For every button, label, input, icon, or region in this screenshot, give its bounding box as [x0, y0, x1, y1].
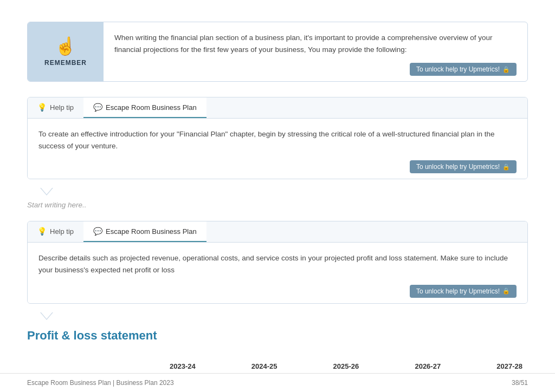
- help-tip-tab-1[interactable]: 💡 Help tip: [28, 97, 83, 118]
- help-tabs-1: 💡 Help tip 💬 Escape Room Business Plan: [28, 97, 527, 119]
- escape-room-tab-1[interactable]: 💬 Escape Room Business Plan: [83, 97, 206, 118]
- lock-icon: 🔒: [502, 66, 510, 73]
- help-body-text-1: To create an effective introduction for …: [38, 128, 517, 152]
- unlock-btn-label-1: To unlock help try Upmetrics!: [416, 163, 500, 171]
- hand-icon: ☝: [55, 37, 76, 55]
- remember-text: When writing the financial plan section …: [114, 32, 517, 55]
- help-tip-icon-1: 💡: [37, 103, 47, 112]
- lock-icon-2: 🔒: [502, 288, 510, 295]
- help-body-1: To create an effective introduction for …: [28, 119, 527, 179]
- escape-room-icon-1: 💬: [93, 103, 102, 112]
- help-tip-icon-2: 💡: [37, 227, 47, 236]
- help-body-text-2: Describe details such as projected reven…: [38, 252, 517, 276]
- unlock-help-button[interactable]: To unlock help try Upmetrics! 🔒: [410, 63, 517, 76]
- escape-room-label-1: Escape Room Business Plan: [106, 103, 197, 112]
- remember-content: When writing the financial plan section …: [104, 22, 527, 81]
- help-card-1: 💡 Help tip 💬 Escape Room Business Plan T…: [27, 97, 528, 179]
- footer-left: Escape Room Business Plan | Business Pla…: [27, 379, 174, 387]
- footer-right: 38/51: [512, 379, 528, 387]
- help-tip-tab-2[interactable]: 💡 Help tip: [28, 221, 83, 242]
- help-body-2: Describe details such as projected reven…: [28, 243, 527, 303]
- unlock-help-button-1[interactable]: To unlock help try Upmetrics! 🔒: [410, 160, 517, 173]
- escape-room-label-2: Escape Room Business Plan: [106, 227, 197, 236]
- lock-icon-1: 🔒: [502, 164, 510, 171]
- help-card-2: 💡 Help tip 💬 Escape Room Business Plan D…: [27, 221, 528, 303]
- help-tabs-2: 💡 Help tip 💬 Escape Room Business Plan: [28, 221, 527, 243]
- remember-icon-panel: ☝ REMEMBER: [28, 22, 104, 81]
- start-writing-placeholder[interactable]: Start writing here..: [27, 201, 528, 209]
- tooltip-tail-2: [40, 312, 53, 320]
- unlock-help-button-2[interactable]: To unlock help try Upmetrics! 🔒: [410, 285, 517, 298]
- escape-room-icon-2: 💬: [93, 227, 102, 236]
- page-container: ☝ REMEMBER When writing the financial pl…: [0, 0, 555, 392]
- unlock-btn-label: To unlock help try Upmetrics!: [416, 66, 500, 73]
- page-footer: Escape Room Business Plan | Business Pla…: [0, 373, 555, 392]
- tooltip-tail-1: [40, 188, 53, 195]
- escape-room-tab-2[interactable]: 💬 Escape Room Business Plan: [83, 221, 206, 242]
- help-tip-label-2: Help tip: [50, 227, 74, 236]
- remember-box: ☝ REMEMBER When writing the financial pl…: [27, 22, 528, 82]
- remember-label: REMEMBER: [44, 59, 87, 67]
- unlock-btn-label-2: To unlock help try Upmetrics!: [416, 288, 500, 295]
- section-heading: Profit & loss statement: [27, 329, 528, 343]
- help-tip-label-1: Help tip: [50, 103, 74, 112]
